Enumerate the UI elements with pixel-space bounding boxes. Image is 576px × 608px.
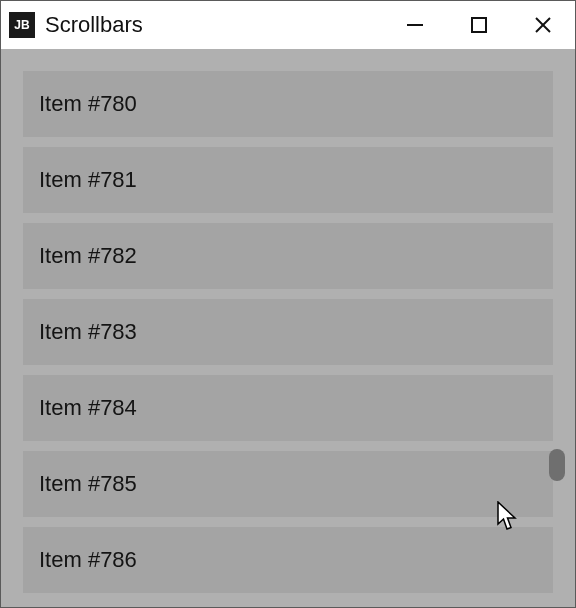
maximize-button[interactable] <box>447 1 511 49</box>
list-item-label: Item #781 <box>39 167 137 193</box>
close-button[interactable] <box>511 1 575 49</box>
vertical-scrollbar-thumb[interactable] <box>549 449 565 481</box>
minimize-button[interactable] <box>383 1 447 49</box>
content-area: Item #780 Item #781 Item #782 Item #783 … <box>1 49 575 607</box>
list-item[interactable]: Item #784 <box>23 375 553 441</box>
list-item-label: Item #784 <box>39 395 137 421</box>
list-item-label: Item #786 <box>39 547 137 573</box>
app-icon: JB <box>9 12 35 38</box>
list-item[interactable]: Item #782 <box>23 223 553 289</box>
list-item[interactable]: Item #783 <box>23 299 553 365</box>
list-item-label: Item #782 <box>39 243 137 269</box>
minimize-icon <box>405 15 425 35</box>
svg-rect-1 <box>472 18 486 32</box>
close-icon <box>533 15 553 35</box>
window-title: Scrollbars <box>45 12 143 38</box>
maximize-icon <box>469 15 489 35</box>
window-controls <box>383 1 575 49</box>
vertical-scrollbar-track[interactable] <box>549 71 565 607</box>
list-item[interactable]: Item #786 <box>23 527 553 593</box>
list-item[interactable]: Item #785 <box>23 451 553 517</box>
list-item[interactable]: Item #781 <box>23 147 553 213</box>
item-list[interactable]: Item #780 Item #781 Item #782 Item #783 … <box>23 71 553 607</box>
list-item[interactable]: Item #780 <box>23 71 553 137</box>
list-item-label: Item #783 <box>39 319 137 345</box>
title-bar[interactable]: JB Scrollbars <box>1 1 575 49</box>
app-window: JB Scrollbars Item #780 <box>0 0 576 608</box>
list-item-label: Item #780 <box>39 91 137 117</box>
list-item-label: Item #785 <box>39 471 137 497</box>
